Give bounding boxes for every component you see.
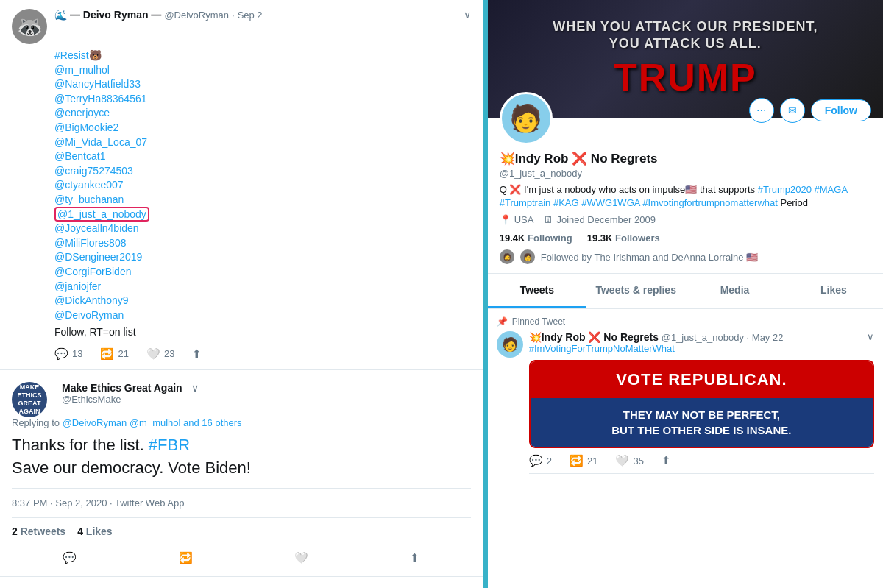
mention-m_mulhol[interactable]: @m_mulhol	[54, 64, 110, 76]
tweet1-actions: 💬 13 🔁 21 🤍 23 ⬆	[54, 347, 471, 361]
mention-corgiforbiden[interactable]: @CorgiForBiden	[54, 266, 131, 277]
mention-enerjoyce[interactable]: @enerjoyce	[54, 107, 110, 118]
mention-terryha[interactable]: @TerryHa88364561	[54, 93, 147, 105]
mention-joycealln[interactable]: @Joycealln4biden	[54, 222, 139, 234]
hashtag-resist[interactable]: #Resist🐻	[54, 49, 102, 61]
profile-avatar-container: 🧑 ··· ✉ Follow	[500, 92, 871, 145]
location-icon: 📍	[500, 214, 511, 225]
mention-bigmookie[interactable]: @BigMookie2	[54, 121, 118, 133]
followed-by-text: Followed by The Irishman and DeAnna Lorr…	[541, 252, 758, 263]
pinned-like-button[interactable]: 🤍 35	[615, 454, 643, 467]
pinned-label: 📌 Pinned Tweet	[497, 316, 874, 327]
mention-bentcat[interactable]: @Bentcat1	[54, 150, 105, 162]
follower-avatar-1: 🧔	[500, 249, 514, 264]
pinned-retweet-icon: 🔁	[570, 454, 584, 467]
tweet-timestamp: 8:37 PM · Sep 2, 2020 · Twitter Web App	[12, 488, 471, 509]
pinned-section: 📌 Pinned Tweet 🧑 💥Indy Rob ❌ No Regrets …	[488, 309, 883, 474]
pinned-actions: 💬 2 🔁 21 🤍 35 ⬆	[529, 454, 874, 474]
mention-craig[interactable]: @craig75274503	[54, 165, 133, 177]
hashtag-imvoting[interactable]: #Imvotingfortrumpnomatterwhat	[642, 197, 778, 208]
message-button[interactable]: ✉	[780, 98, 805, 123]
profile-location: 📍 USA 🗓 Joined December 2009	[500, 214, 871, 225]
follower-avatar-2: 👩	[520, 249, 535, 264]
reply-count: 13	[72, 348, 82, 359]
mention-dickanthony[interactable]: @DickAnthony9	[54, 294, 129, 306]
profile-avatar: 🧑	[500, 92, 553, 145]
likes-stat: 4 Likes	[77, 525, 113, 537]
mention-mividaloca[interactable]: @Mi_Vida_Loca_07	[54, 136, 147, 148]
avatar-deivoryman: 🦝	[12, 9, 47, 44]
reply-button[interactable]: 💬 13	[54, 347, 82, 361]
follow-button[interactable]: Follow	[811, 99, 871, 121]
pinned-image: VOTE REPUBLICAN. THEY MAY NOT BE PERFECT…	[529, 360, 874, 448]
right-panel: WHEN YOU ATTACK OUR PRESIDENT, YOU ATTAC…	[488, 0, 883, 588]
retweet-button[interactable]: 🔁 21	[100, 347, 128, 361]
main-retweet-button[interactable]: 🔁	[179, 551, 193, 564]
mention-dsengineer[interactable]: @DSengineer2019	[54, 251, 142, 263]
profile-handle: @1_just_a_nobody	[500, 168, 871, 179]
hashtag-fbr[interactable]: #FBR	[149, 436, 190, 454]
profile-tabs: Tweets Tweets & replies Media Likes	[488, 274, 883, 309]
mention-deivoryman2[interactable]: @DeivoRyman	[54, 309, 124, 321]
pinned-author-handle: @1_just_a_nobody	[662, 332, 744, 343]
main-like-button[interactable]: 🤍	[294, 551, 308, 564]
hashtag-maga[interactable]: #MAGA	[815, 184, 848, 195]
pinned-share-button[interactable]: ⬆	[662, 454, 671, 467]
tab-media[interactable]: Media	[685, 274, 784, 308]
vote-rep-bottom-text: THEY MAY NOT BE PERFECT,BUT THE OTHER SI…	[531, 398, 873, 447]
tweet-body: #Resist🐻 @m_mulhol @NancyHatfield33 @Ter…	[54, 49, 471, 340]
mention-ctyankee[interactable]: @ctyankee007	[54, 179, 124, 191]
tab-likes[interactable]: Likes	[784, 274, 883, 308]
hashtag-trumptrain[interactable]: #Trumptrain	[500, 197, 551, 208]
main-share-button[interactable]: ⬆	[410, 551, 419, 564]
following-stat[interactable]: 19.4K Following	[500, 233, 572, 244]
retweet-icon: 🔁	[100, 347, 114, 361]
hashtag-trump2020[interactable]: #Trump2020	[758, 184, 812, 195]
vote-rep-top-text: VOTE REPUBLICAN.	[531, 361, 873, 398]
pinned-meta: 💥Indy Rob ❌ No Regrets @1_just_a_nobody …	[529, 331, 874, 343]
pinned-chevron-icon[interactable]: ∨	[867, 331, 874, 342]
profile-actions: ··· ✉ Follow	[749, 98, 871, 123]
pinned-like-icon: 🤍	[615, 454, 629, 467]
profile-section: 🧑 ··· ✉ Follow 💥Indy Rob ❌ No Regrets @1…	[488, 118, 883, 274]
hashtag-wwg1wga[interactable]: #WWG1WGA	[581, 197, 639, 208]
mention-tybuchanan[interactable]: @ty_buchanan	[54, 194, 124, 205]
tweet-chevron-icon[interactable]: ∨	[464, 9, 471, 21]
pinned-hashtag[interactable]: #ImVotingForTrumpNoMatterWhat	[529, 343, 874, 354]
main-reply-button[interactable]: 💬	[63, 551, 77, 564]
share-button[interactable]: ⬆	[192, 347, 202, 361]
pinned-retweet-button[interactable]: 🔁 21	[570, 454, 597, 467]
message-icon: ✉	[788, 105, 797, 116]
replying-to-link[interactable]: @DeivoRyman @m_mulhol and 16 others	[63, 417, 242, 428]
pinned-time: May 22	[752, 332, 784, 343]
followers-stat[interactable]: 19.3K Followers	[587, 233, 660, 244]
profile-stats: 19.4K Following 19.3K Followers	[500, 233, 871, 244]
tweet-time: Sep 2	[238, 10, 263, 21]
main-share-icon: ⬆	[410, 551, 419, 564]
pinned-reply-button[interactable]: 💬 2	[529, 454, 552, 467]
mention-1justanobody-highlighted[interactable]: @1_just_a_nobody	[54, 207, 149, 222]
pinned-like-count: 35	[633, 456, 643, 467]
main-tweet: MAKEETHICSGREATAGAIN Make Ethics Great A…	[0, 370, 483, 578]
mention-janiojfer[interactable]: @janiojfer	[54, 280, 101, 292]
mention-nancyhatfield[interactable]: @NancyHatfield33	[54, 78, 141, 90]
pinned-retweet-count: 21	[587, 456, 597, 467]
tab-tweets[interactable]: Tweets	[488, 274, 586, 308]
tab-tweets-replies[interactable]: Tweets & replies	[586, 274, 685, 308]
ethics-author-name: Make Ethics Great Again	[62, 382, 182, 394]
ethics-chevron-icon[interactable]: ∨	[191, 382, 199, 394]
hashtag-kag[interactable]: #KAG	[553, 197, 579, 208]
avatar-ethics: MAKEETHICSGREATAGAIN	[12, 382, 47, 417]
retweet-stat: 2 Retweets	[12, 525, 65, 537]
more-options-button[interactable]: ···	[749, 98, 774, 123]
pinned-share-icon: ⬆	[662, 454, 671, 467]
main-retweet-icon: 🔁	[179, 551, 193, 564]
tweet-footer-text: Follow, RT=on list	[54, 325, 471, 340]
like-button[interactable]: 🤍 23	[146, 347, 174, 361]
joined-text: Joined December 2009	[556, 214, 655, 225]
mention-miliflores[interactable]: @MiliFlores808	[54, 237, 126, 249]
banner-top-line1: WHEN YOU ATTACK OUR PRESIDENT,	[553, 18, 818, 35]
main-tweet-text: Thanks for the list. #FBR Save our democ…	[12, 434, 471, 480]
like-icon: 🤍	[146, 347, 160, 361]
reply-icon: 💬	[54, 347, 68, 361]
